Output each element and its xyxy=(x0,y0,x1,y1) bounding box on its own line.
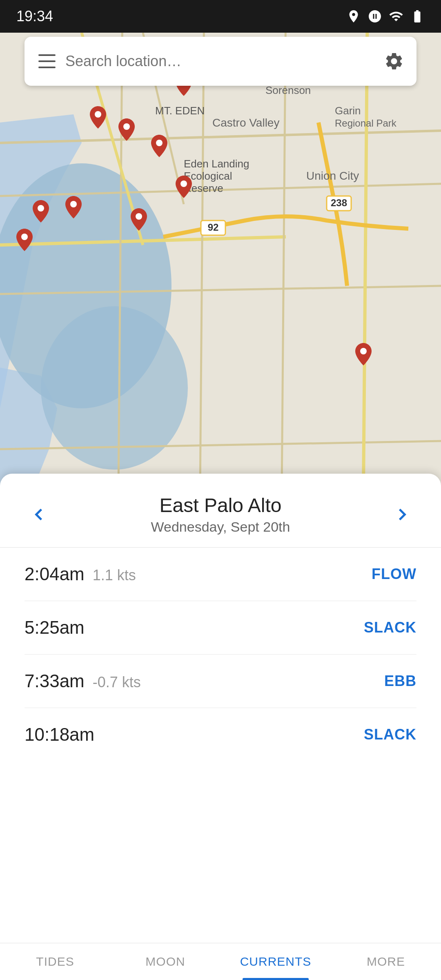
svg-text:Regional Park: Regional Park xyxy=(335,118,397,129)
status-icons xyxy=(346,9,425,24)
search-bar xyxy=(24,37,416,86)
location-info: East Palo Alto Wednesday, Sept 20th xyxy=(53,494,388,535)
next-button[interactable] xyxy=(388,500,416,529)
entry-time-2: 7:33am xyxy=(24,671,85,691)
entry-speed-2: -0.7 kts xyxy=(93,674,141,691)
current-entries-list: 2:04am 1.1 kts FLOW 5:25am SLACK 7:33am … xyxy=(0,548,441,943)
svg-point-62 xyxy=(156,140,163,146)
entry-speed-0: 1.1 kts xyxy=(93,567,136,584)
tab-currents[interactable]: CURRENTS xyxy=(220,943,331,980)
tab-more[interactable]: MORE xyxy=(331,943,441,980)
svg-point-65 xyxy=(70,201,77,207)
svg-point-63 xyxy=(180,180,187,187)
entry-left-3: 10:18am xyxy=(24,724,102,745)
svg-point-64 xyxy=(38,205,44,212)
menu-button[interactable] xyxy=(37,51,57,71)
entry-type-1: SLACK xyxy=(364,619,416,636)
battery-icon xyxy=(410,9,425,24)
search-input[interactable] xyxy=(65,53,376,70)
map-pin-2 xyxy=(90,106,106,130)
map-pin-7 xyxy=(65,196,82,220)
entry-left-0: 2:04am 1.1 kts xyxy=(24,564,136,584)
svg-text:Garin: Garin xyxy=(335,105,361,117)
svg-point-60 xyxy=(95,111,101,118)
status-time: 19:34 xyxy=(16,8,53,25)
map-pin-4 xyxy=(151,135,167,159)
map-pin-3 xyxy=(118,118,135,143)
svg-point-61 xyxy=(123,123,130,130)
map-pin-8 xyxy=(131,208,147,232)
tab-more-label: MORE xyxy=(367,955,405,969)
tab-tides[interactable]: TIDES xyxy=(0,943,110,980)
current-entry-2: 7:33am -0.7 kts EBB xyxy=(24,655,416,708)
dnd-icon xyxy=(368,9,382,24)
tab-moon-label: MOON xyxy=(145,955,185,969)
tab-tides-label: TIDES xyxy=(36,955,74,969)
prev-button[interactable] xyxy=(24,500,53,529)
svg-text:Union City: Union City xyxy=(306,169,359,182)
entry-type-0: FLOW xyxy=(372,566,416,583)
map-pin-right xyxy=(355,343,372,367)
current-entry-1: 5:25am SLACK xyxy=(24,601,416,655)
location-icon xyxy=(346,9,361,24)
settings-button[interactable] xyxy=(384,51,404,71)
location-date: Wednesday, Sept 20th xyxy=(53,519,388,535)
svg-text:Eden Landing: Eden Landing xyxy=(184,158,249,170)
current-entry-3: 10:18am SLACK xyxy=(24,708,416,761)
entry-type-2: EBB xyxy=(384,673,416,690)
location-name: East Palo Alto xyxy=(53,494,388,517)
tab-moon[interactable]: MOON xyxy=(110,943,220,980)
status-bar: 19:34 xyxy=(0,0,441,33)
entry-type-3: SLACK xyxy=(364,726,416,743)
svg-text:92: 92 xyxy=(208,222,219,233)
entry-left-2: 7:33am -0.7 kts xyxy=(24,671,141,691)
svg-point-66 xyxy=(136,213,142,220)
svg-text:238: 238 xyxy=(331,197,347,208)
tab-currents-indicator xyxy=(243,978,309,980)
map-pin-left xyxy=(16,229,33,253)
svg-point-67 xyxy=(21,234,28,240)
entry-time-1: 5:25am xyxy=(24,617,85,638)
sheet-header: East Palo Alto Wednesday, Sept 20th xyxy=(0,474,441,548)
current-entry-0: 2:04am 1.1 kts FLOW xyxy=(24,548,416,601)
tab-bar: TIDES MOON CURRENTS MORE xyxy=(0,943,441,980)
tab-currents-label: CURRENTS xyxy=(240,955,312,969)
svg-text:Castro Valley: Castro Valley xyxy=(212,116,279,129)
entry-time-0: 2:04am xyxy=(24,564,85,584)
svg-text:MT. EDEN: MT. EDEN xyxy=(155,105,205,117)
entry-time-3: 10:18am xyxy=(24,724,94,745)
svg-text:Sorenson: Sorenson xyxy=(265,84,311,96)
map-pin-6 xyxy=(33,200,49,224)
svg-point-68 xyxy=(360,348,367,354)
bottom-sheet: East Palo Alto Wednesday, Sept 20th 2:04… xyxy=(0,474,441,980)
entry-left-1: 5:25am xyxy=(24,617,93,638)
map-pin-5 xyxy=(176,176,192,200)
wifi-icon xyxy=(389,9,403,24)
